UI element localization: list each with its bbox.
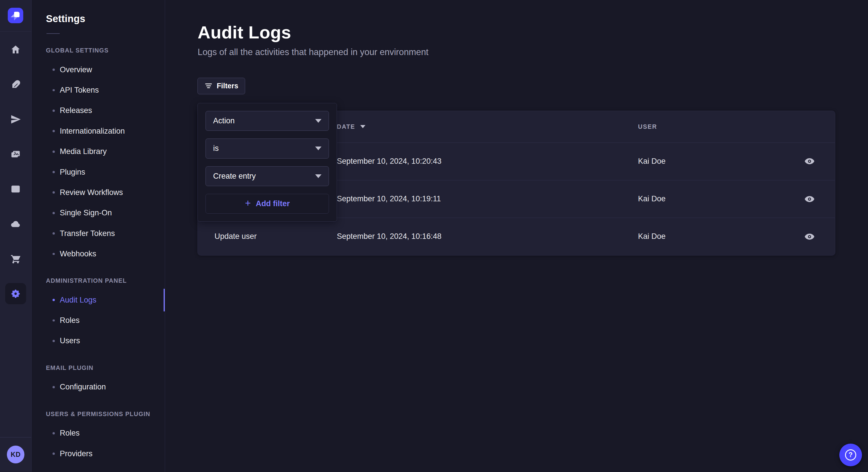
sidebar-item-roles-admin[interactable]: Roles <box>46 310 165 331</box>
table-row[interactable]: Update user September 10, 2024, 10:16:48… <box>198 217 835 255</box>
eye-icon <box>804 231 815 242</box>
sidebar-item-providers[interactable]: Providers <box>46 443 165 464</box>
view-details-button[interactable] <box>801 190 818 208</box>
images-icon[interactable] <box>5 144 26 165</box>
bullet-icon <box>53 212 55 214</box>
column-header-user: USER <box>638 123 786 130</box>
sidebar-item-transfer-tokens[interactable]: Transfer Tokens <box>46 223 165 243</box>
main-content: Audit Logs Logs of all the activities th… <box>165 0 868 472</box>
section-label: EMAIL PLUGIN <box>46 365 165 371</box>
bullet-icon <box>53 191 55 194</box>
sidebar-item-users[interactable]: Users <box>46 331 165 351</box>
main-nav-rail: KD <box>0 0 32 472</box>
bullet-icon <box>53 319 55 322</box>
filter-value-select[interactable]: Create entry <box>206 166 329 186</box>
layout-icon[interactable] <box>5 179 26 200</box>
sidebar-item-single-sign-on[interactable]: Single Sign-On <box>46 203 165 223</box>
view-details-button[interactable] <box>801 228 818 245</box>
bullet-icon <box>53 89 55 92</box>
section-administration-panel: ADMINISTRATION PANEL Audit Logs Roles Us… <box>46 277 165 351</box>
cloud-icon[interactable] <box>5 213 26 234</box>
sort-desc-icon <box>360 125 365 128</box>
bullet-icon <box>53 130 55 132</box>
send-icon[interactable] <box>5 109 26 130</box>
filters-button[interactable]: Filters <box>197 78 245 94</box>
gear-icon-settings-active[interactable] <box>5 283 26 304</box>
sidebar-item-internationalization[interactable]: Internationalization <box>46 121 165 141</box>
user-avatar[interactable]: KD <box>7 446 25 463</box>
strapi-logo-button[interactable] <box>0 0 31 32</box>
question-mark-icon: ? <box>845 449 856 461</box>
sidebar-item-media-library[interactable]: Media Library <box>46 141 165 162</box>
strapi-admin-app: KD Settings GLOBAL SETTINGS Overview API… <box>0 0 868 472</box>
filter-popover: Action is Create entry + Add filter <box>197 103 337 222</box>
sidebar-item-configuration[interactable]: Configuration <box>46 377 165 397</box>
filter-attribute-select[interactable]: Action <box>206 111 329 131</box>
sidebar-item-audit-logs[interactable]: Audit Logs <box>46 290 165 310</box>
bullet-icon <box>53 340 55 342</box>
eye-icon <box>804 156 815 167</box>
bullet-icon <box>53 171 55 173</box>
section-label: ADMINISTRATION PANEL <box>46 277 165 284</box>
rail-divider <box>0 437 31 438</box>
view-details-button[interactable] <box>801 153 818 170</box>
plus-icon: + <box>245 198 251 208</box>
sidebar-item-plugins[interactable]: Plugins <box>46 162 165 182</box>
settings-subnav: Settings GLOBAL SETTINGS Overview API To… <box>32 0 165 472</box>
section-global-settings: GLOBAL SETTINGS Overview API Tokens Rele… <box>46 47 165 264</box>
filter-lines-icon <box>205 82 212 89</box>
bullet-icon <box>53 253 55 255</box>
bullet-icon <box>53 232 55 235</box>
cart-icon[interactable] <box>5 248 26 269</box>
bullet-icon <box>53 109 55 112</box>
help-button[interactable]: ? <box>839 444 862 466</box>
home-icon[interactable] <box>5 39 26 60</box>
sidebar-item-api-tokens[interactable]: API Tokens <box>46 80 165 100</box>
page-title: Audit Logs <box>197 22 868 42</box>
chevron-down-icon <box>315 146 321 150</box>
bullet-icon <box>53 386 55 388</box>
subnav-title-divider <box>46 33 60 34</box>
bullet-icon <box>53 69 55 71</box>
subnav-title: Settings <box>46 13 165 24</box>
filter-operator-select[interactable]: is <box>206 138 329 158</box>
feather-icon[interactable] <box>5 74 26 95</box>
sidebar-item-webhooks[interactable]: Webhooks <box>46 244 165 264</box>
bullet-icon <box>53 299 55 301</box>
strapi-logo-icon <box>8 8 23 23</box>
page-subtitle: Logs of all the activities that happened… <box>197 47 868 57</box>
section-label: USERS & PERMISSIONS PLUGIN <box>46 411 165 417</box>
eye-icon <box>804 194 815 205</box>
bullet-icon <box>53 150 55 153</box>
column-header-date[interactable]: DATE <box>337 123 638 130</box>
sidebar-item-roles-up[interactable]: Roles <box>46 423 165 443</box>
sidebar-item-review-workflows[interactable]: Review Workflows <box>46 182 165 203</box>
sidebar-item-releases[interactable]: Releases <box>46 100 165 121</box>
section-label: GLOBAL SETTINGS <box>46 47 165 54</box>
sidebar-item-overview[interactable]: Overview <box>46 60 165 80</box>
section-email-plugin: EMAIL PLUGIN Configuration <box>46 365 165 398</box>
chevron-down-icon <box>315 174 321 178</box>
bullet-icon <box>53 452 55 455</box>
chevron-down-icon <box>315 119 321 123</box>
add-filter-button[interactable]: + Add filter <box>206 194 329 214</box>
bullet-icon <box>53 432 55 434</box>
section-users-permissions-plugin: USERS & PERMISSIONS PLUGIN Roles Provide… <box>46 411 165 464</box>
